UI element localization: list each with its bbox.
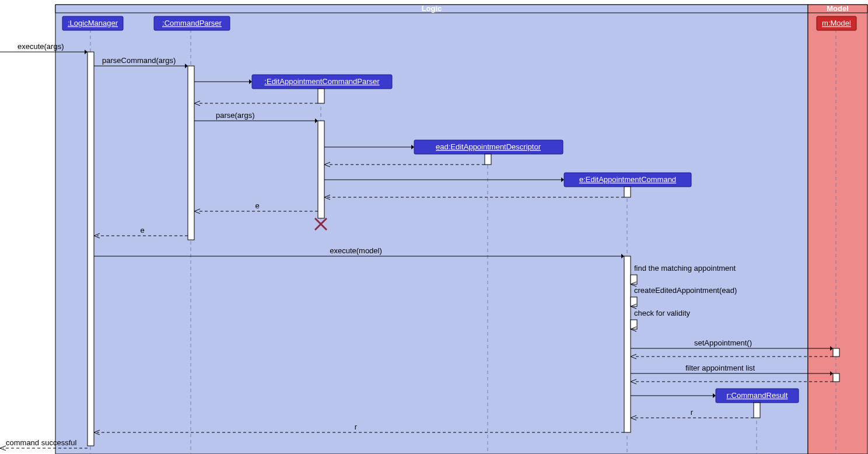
msg-create-edited-label: createEditedAppointment(ead) (634, 286, 737, 295)
logic-frame (55, 5, 808, 454)
activation-eac-create (624, 187, 631, 197)
msg-set-appt-label: setAppointment() (694, 338, 752, 347)
model-frame-title: Model (827, 4, 849, 13)
msg-check-validity-label: check for validity (634, 309, 691, 317)
participant-eacp-label: :EditAppointmentCommandParser (264, 77, 380, 86)
sequence-diagram: Logic Model :LogicManager :CommandParser… (0, 0, 868, 454)
msg-execute-args-label: execute(args) (18, 42, 64, 51)
activation-cr-create (754, 403, 760, 418)
activation-logic-manager (88, 52, 94, 446)
model-frame (808, 5, 867, 454)
logic-frame-title: Logic (422, 4, 442, 13)
participant-ead-label: ead:EditAppointmentDescriptor (436, 142, 541, 151)
msg-command-successful-label: command successful (6, 438, 76, 447)
participant-model-label: m:Model (822, 19, 851, 27)
msg-parse-command-label: parseCommand(args) (102, 56, 176, 65)
msg-parse-args-label: parse(args) (216, 111, 254, 120)
participant-logic-manager-label: :LogicManager (68, 19, 118, 27)
msg-return-e1-label: e (255, 201, 259, 210)
activation-model-filter (833, 373, 839, 382)
participant-command-parser-label: :CommandParser (162, 19, 222, 27)
activation-command-parser (188, 66, 194, 240)
activation-ead-create (485, 154, 491, 165)
activation-eac-execute (624, 256, 631, 432)
msg-return-r1-label: r (691, 408, 694, 417)
msg-return-r2-label: r (355, 422, 358, 431)
activation-eacp-parse (318, 121, 324, 218)
activation-model-set (833, 348, 839, 357)
participant-command-result-label: r:CommandResult (727, 391, 788, 400)
msg-find-appt-label: find the matching appointment (634, 264, 736, 273)
activation-eacp-create (318, 89, 324, 103)
msg-execute-model-label: execute(model) (330, 246, 382, 255)
msg-return-e2-label: e (140, 226, 144, 235)
msg-filter-list-label: filter appointment list (685, 364, 755, 372)
participant-eac-label: e:EditAppointmentCommand (579, 175, 676, 184)
